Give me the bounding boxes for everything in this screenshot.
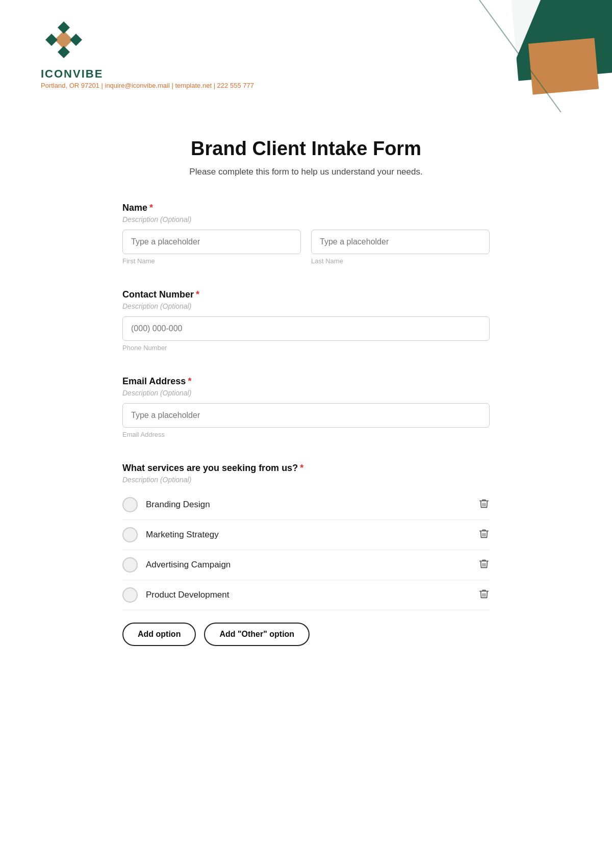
delete-product-icon[interactable] — [478, 588, 490, 602]
svg-marker-1 — [58, 21, 70, 34]
email-sub-label: Email Address — [122, 431, 490, 438]
services-label: What services are you seeking from us?* — [122, 463, 490, 474]
phone-sub-label: Phone Number — [122, 344, 490, 352]
last-name-input[interactable] — [311, 230, 490, 254]
list-item: Product Development — [122, 580, 490, 610]
header-content: ICONVIBE Portland, OR 97201 | inquire@ic… — [41, 20, 254, 89]
phone-wrapper: Phone Number — [122, 316, 490, 352]
name-field-group: Name* Description (Optional) First Name … — [122, 203, 490, 265]
email-input-row: Email Address — [122, 403, 490, 438]
list-item: Marketing Strategy — [122, 520, 490, 550]
svg-marker-3 — [58, 46, 70, 58]
marketing-label: Marketing Strategy — [146, 530, 219, 540]
svg-marker-4 — [45, 34, 58, 46]
radio-marketing[interactable] — [122, 527, 138, 542]
name-input-row: First Name Last Name — [122, 230, 490, 265]
brand-name: ICONVIBE — [41, 67, 254, 81]
advertising-label: Advertising Campaign — [146, 560, 231, 570]
logo-icon — [41, 20, 87, 61]
form-title: Brand Client Intake Form — [122, 138, 490, 160]
add-other-option-button[interactable]: Add "Other" option — [204, 623, 310, 646]
radio-advertising[interactable] — [122, 557, 138, 573]
first-name-sub-label: First Name — [122, 257, 301, 265]
first-name-input[interactable] — [122, 230, 301, 254]
list-item: Branding Design — [122, 490, 490, 520]
first-name-wrapper: First Name — [122, 230, 301, 265]
main-content: Brand Client Intake Form Please complete… — [82, 112, 530, 711]
email-field-group: Email Address* Description (Optional) Em… — [122, 376, 490, 438]
svg-marker-2 — [70, 34, 82, 46]
delete-advertising-icon[interactable] — [478, 558, 490, 572]
branding-label: Branding Design — [146, 500, 210, 510]
radio-branding[interactable] — [122, 497, 138, 512]
phone-input[interactable] — [122, 316, 490, 341]
email-wrapper: Email Address — [122, 403, 490, 438]
services-description: Description (Optional) — [122, 476, 490, 484]
contact-field-group: Contact Number* Description (Optional) P… — [122, 289, 490, 352]
form-subtitle: Please complete this form to help us und… — [122, 167, 490, 177]
last-name-sub-label: Last Name — [311, 257, 490, 265]
delete-marketing-icon[interactable] — [478, 528, 490, 542]
contact-description: Description (Optional) — [122, 302, 490, 310]
name-label: Name* — [122, 203, 490, 213]
list-item: Advertising Campaign — [122, 550, 490, 580]
product-label: Product Development — [146, 590, 229, 600]
email-description: Description (Optional) — [122, 389, 490, 397]
brand-contact: Portland, OR 97201 | inquire@iconvibe.ma… — [41, 82, 254, 89]
services-options: Branding Design Marketing Strategy — [122, 490, 490, 610]
header-decoration — [449, 0, 612, 112]
header: ICONVIBE Portland, OR 97201 | inquire@ic… — [0, 0, 612, 112]
last-name-wrapper: Last Name — [311, 230, 490, 265]
delete-branding-icon[interactable] — [478, 498, 490, 512]
add-option-button[interactable]: Add option — [122, 623, 196, 646]
radio-product[interactable] — [122, 587, 138, 603]
contact-input-row: Phone Number — [122, 316, 490, 352]
add-option-row: Add option Add "Other" option — [122, 623, 490, 646]
name-description: Description (Optional) — [122, 215, 490, 224]
contact-label: Contact Number* — [122, 289, 490, 300]
email-label: Email Address* — [122, 376, 490, 387]
email-input[interactable] — [122, 403, 490, 428]
services-field-group: What services are you seeking from us?* … — [122, 463, 490, 646]
svg-rect-6 — [528, 38, 599, 95]
